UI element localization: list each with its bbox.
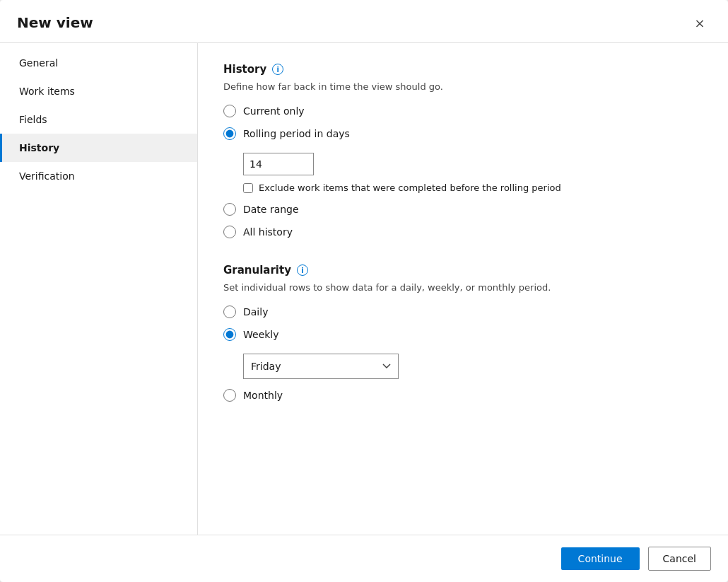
history-radio-rolling-period[interactable] bbox=[223, 127, 236, 140]
granularity-radio-weekly[interactable] bbox=[223, 328, 236, 341]
rolling-period-sub-options: Exclude work items that were completed b… bbox=[243, 153, 703, 193]
granularity-option-daily[interactable]: Daily bbox=[223, 305, 703, 318]
sidebar-item-verification[interactable]: Verification bbox=[0, 162, 197, 190]
history-section: History i Define how far back in time th… bbox=[223, 63, 703, 238]
granularity-description: Set individual rows to show data for a d… bbox=[223, 282, 703, 293]
close-button[interactable]: × bbox=[688, 11, 711, 34]
dialog-title: New view bbox=[17, 14, 93, 31]
weekly-sub-options: Sunday Monday Tuesday Wednesday Thursday… bbox=[243, 354, 703, 379]
dialog-header: New view × bbox=[0, 0, 728, 43]
history-radio-group: Current only Rolling period in days Excl… bbox=[223, 105, 703, 238]
new-view-dialog: New view × General Work items Fields His… bbox=[0, 0, 728, 582]
continue-button[interactable]: Continue bbox=[561, 547, 640, 570]
history-option-rolling-period-label: Rolling period in days bbox=[243, 128, 350, 139]
granularity-radio-monthly[interactable] bbox=[223, 389, 236, 402]
history-section-header: History i bbox=[223, 63, 703, 76]
granularity-section-title: Granularity bbox=[223, 264, 291, 277]
history-radio-date-range[interactable] bbox=[223, 203, 236, 216]
dialog-footer: Continue Cancel bbox=[0, 535, 728, 582]
granularity-info-icon: i bbox=[297, 264, 308, 276]
history-radio-all-history[interactable] bbox=[223, 226, 236, 238]
granularity-option-monthly-label: Monthly bbox=[243, 390, 283, 401]
history-info-icon: i bbox=[272, 64, 283, 75]
history-description: Define how far back in time the view sho… bbox=[223, 81, 703, 92]
sidebar: General Work items Fields History Verifi… bbox=[0, 43, 198, 535]
history-section-title: History bbox=[223, 63, 266, 76]
granularity-radio-group: Daily Weekly Sunday Monday Tuesday Wedne… bbox=[223, 305, 703, 402]
history-option-current-only[interactable]: Current only bbox=[223, 105, 703, 117]
weekly-day-select[interactable]: Sunday Monday Tuesday Wednesday Thursday… bbox=[243, 354, 399, 379]
history-option-date-range-label: Date range bbox=[243, 204, 299, 215]
rolling-days-input[interactable] bbox=[243, 153, 314, 175]
sidebar-item-fields[interactable]: Fields bbox=[0, 105, 197, 134]
dialog-body: General Work items Fields History Verifi… bbox=[0, 43, 728, 535]
exclude-completed-checkbox[interactable] bbox=[243, 183, 253, 193]
sidebar-item-work-items[interactable]: Work items bbox=[0, 77, 197, 105]
granularity-option-daily-label: Daily bbox=[243, 306, 268, 318]
granularity-section: Granularity i Set individual rows to sho… bbox=[223, 264, 703, 402]
granularity-section-header: Granularity i bbox=[223, 264, 703, 277]
sidebar-item-history[interactable]: History bbox=[0, 134, 197, 162]
cancel-button[interactable]: Cancel bbox=[648, 547, 711, 571]
sidebar-item-general[interactable]: General bbox=[0, 49, 197, 77]
granularity-option-weekly-label: Weekly bbox=[243, 329, 279, 340]
granularity-option-weekly[interactable]: Weekly bbox=[223, 328, 703, 341]
granularity-option-monthly[interactable]: Monthly bbox=[223, 389, 703, 402]
main-content: History i Define how far back in time th… bbox=[198, 43, 728, 535]
history-option-current-only-label: Current only bbox=[243, 105, 305, 117]
history-option-rolling-period[interactable]: Rolling period in days bbox=[223, 127, 703, 140]
history-option-date-range[interactable]: Date range bbox=[223, 203, 703, 216]
exclude-checkbox-option[interactable]: Exclude work items that were completed b… bbox=[243, 182, 703, 193]
history-option-all-history-label: All history bbox=[243, 226, 293, 238]
history-radio-current-only[interactable] bbox=[223, 105, 236, 117]
history-option-all-history[interactable]: All history bbox=[223, 226, 703, 238]
granularity-radio-daily[interactable] bbox=[223, 305, 236, 318]
exclude-label: Exclude work items that were completed b… bbox=[259, 182, 561, 193]
